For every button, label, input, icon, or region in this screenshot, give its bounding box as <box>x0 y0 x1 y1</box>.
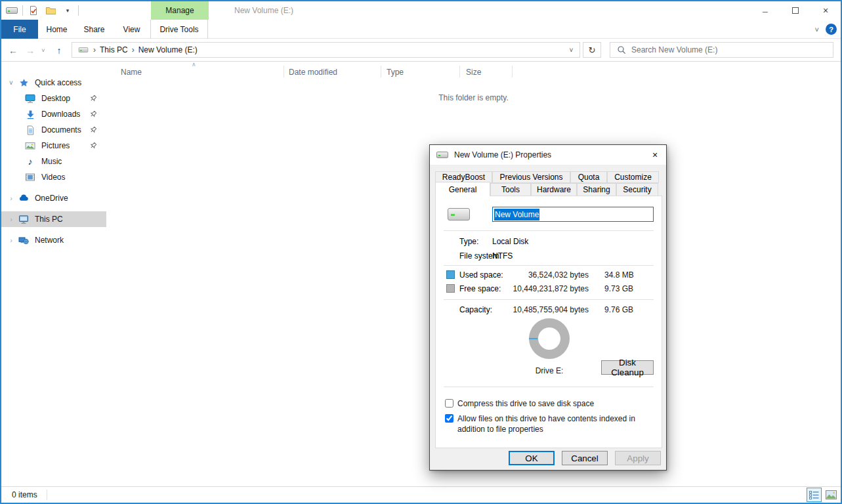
sidebar-item-music[interactable]: ♪ Music <box>1 154 106 169</box>
free-space-size: 9.73 GB <box>604 284 633 293</box>
sidebar-item-label: Documents <box>41 125 81 135</box>
sidebar-item-label: Desktop <box>41 94 70 103</box>
used-space-size: 34.8 MB <box>604 270 634 280</box>
search-icon <box>617 45 626 54</box>
sidebar-item-pictures[interactable]: Pictures <box>1 138 106 154</box>
expand-ribbon-chevron-icon[interactable]: ˅ <box>815 26 819 33</box>
minimize-button[interactable]: ─ <box>750 1 780 20</box>
up-button[interactable]: ↑ <box>51 39 67 62</box>
chevron-right-icon[interactable]: › <box>7 236 16 244</box>
large-icons-view-button[interactable] <box>824 488 839 502</box>
sidebar-item-videos[interactable]: Videos <box>1 169 106 185</box>
tab-view[interactable]: View <box>113 20 150 39</box>
dialog-tab-security[interactable]: Security <box>616 183 658 196</box>
music-icon: ♪ <box>25 156 35 167</box>
index-contents-checkbox[interactable] <box>445 414 453 423</box>
status-bar: 0 items <box>1 486 841 503</box>
volume-label-input[interactable]: New Volume <box>492 207 654 222</box>
compress-drive-checkbox[interactable] <box>445 399 453 408</box>
new-folder-qat-icon[interactable] <box>44 3 57 18</box>
close-button[interactable]: × <box>810 1 841 20</box>
help-icon[interactable]: ? <box>826 24 837 35</box>
dialog-tab-quota[interactable]: Quota <box>570 171 607 183</box>
search-placeholder: Search New Volume (E:) <box>631 45 717 54</box>
column-divider[interactable] <box>459 66 460 77</box>
sidebar-item-downloads[interactable]: Downloads <box>1 106 106 122</box>
search-input[interactable]: Search New Volume (E:) <box>610 42 833 58</box>
column-header-name[interactable]: Name <box>121 68 142 77</box>
dialog-tab-tools[interactable]: Tools <box>490 183 531 196</box>
pictures-icon <box>25 140 35 151</box>
column-divider[interactable] <box>381 66 381 77</box>
sidebar-item-network[interactable]: › Network <box>1 232 106 248</box>
divider <box>444 230 654 231</box>
tab-share[interactable]: Share <box>75 20 113 39</box>
index-contents-checkbox-row: Allow files on this drive to have conten… <box>445 413 654 434</box>
column-header-date-modified[interactable]: Date modified <box>289 68 337 77</box>
tab-file[interactable]: File <box>1 20 38 39</box>
back-button[interactable]: ← <box>5 39 21 62</box>
chevron-right-icon[interactable]: › <box>7 194 16 202</box>
free-space-bytes: 10,449,231,872 bytes <box>492 284 589 293</box>
column-divider[interactable] <box>284 66 284 77</box>
forward-button[interactable]: → <box>22 39 38 62</box>
close-icon: × <box>823 5 828 16</box>
sidebar-item-desktop[interactable]: Desktop <box>1 91 106 106</box>
breadcrumb-this-pc[interactable]: This PC <box>100 45 128 54</box>
refresh-button[interactable]: ↻ <box>583 42 601 58</box>
column-divider[interactable] <box>512 66 513 77</box>
column-header-size[interactable]: Size <box>466 68 481 77</box>
sidebar-item-label: Music <box>41 157 62 166</box>
properties-qat-icon[interactable] <box>27 3 40 18</box>
breadcrumb-new-volume[interactable]: New Volume (E:) <box>138 45 198 54</box>
drive-icon <box>436 152 448 158</box>
dialog-tab-sharing[interactable]: Sharing <box>577 183 616 196</box>
tab-home[interactable]: Home <box>38 20 75 39</box>
sidebar-item-this-pc[interactable]: › This PC <box>1 211 106 227</box>
dialog-title: New Volume (E:) Properties <box>454 150 551 159</box>
dialog-tab-previous-versions[interactable]: Previous Versions <box>492 171 570 183</box>
dialog-tab-general[interactable]: General <box>435 182 490 196</box>
tab-drive-tools[interactable]: Drive Tools <box>150 20 208 39</box>
sidebar-item-quick-access[interactable]: ˅ Quick access <box>1 75 106 91</box>
details-view-button[interactable] <box>807 488 822 502</box>
address-bar[interactable]: › This PC › New Volume (E:) ˅ <box>72 42 580 58</box>
maximize-icon <box>792 7 799 14</box>
divider <box>444 265 654 266</box>
title-bar: ▾ Manage New Volume (E:) ─ × <box>1 1 841 20</box>
index-contents-label: Allow files on this drive to have conten… <box>457 413 654 434</box>
address-dropdown-chevron-icon[interactable]: ˅ <box>562 43 579 57</box>
dialog-tab-customize[interactable]: Customize <box>607 171 659 183</box>
qat-separator <box>22 5 23 16</box>
window-title: New Volume (E:) <box>234 1 293 20</box>
divider <box>444 299 654 300</box>
chevron-down-icon[interactable]: ˅ <box>7 79 16 87</box>
dialog-tabs-front-row: General Tools Hardware Sharing Security <box>435 183 658 196</box>
apply-button[interactable]: Apply <box>615 451 661 465</box>
contextual-tab-header-manage[interactable]: Manage <box>151 1 209 20</box>
sidebar-item-label: Quick access <box>35 78 81 87</box>
chevron-right-icon[interactable]: › <box>7 215 16 223</box>
status-separator <box>47 490 47 500</box>
desktop-icon <box>25 93 35 104</box>
large-icons-view-icon <box>826 490 837 499</box>
disk-cleanup-button[interactable]: Disk Cleanup <box>601 360 654 375</box>
maximize-button[interactable] <box>780 1 810 20</box>
sidebar-item-onedrive[interactable]: › OneDrive <box>1 190 106 206</box>
dialog-title-bar[interactable]: New Volume (E:) Properties × <box>430 145 666 165</box>
used-space-bytes: 36,524,032 bytes <box>492 270 589 280</box>
capacity-label: Capacity: <box>459 305 492 314</box>
column-header-type[interactable]: Type <box>387 68 404 77</box>
ok-button[interactable]: OK <box>509 451 555 465</box>
navigation-bar: ← → ˅ ↑ › This PC › New Volume (E:) ˅ ↻ … <box>1 39 841 62</box>
recent-locations-chevron-icon[interactable]: ˅ <box>38 39 49 62</box>
quick-access-star-icon <box>18 77 29 88</box>
crumb-separator-icon: › <box>93 45 96 54</box>
dialog-tab-hardware[interactable]: Hardware <box>531 183 577 196</box>
qat-customize-caret[interactable]: ▾ <box>61 3 74 18</box>
dialog-close-button[interactable]: × <box>644 145 666 165</box>
qat-separator <box>78 5 79 16</box>
cancel-button[interactable]: Cancel <box>562 451 608 465</box>
window-drive-icon <box>5 3 18 18</box>
sidebar-item-documents[interactable]: Documents <box>1 122 106 138</box>
